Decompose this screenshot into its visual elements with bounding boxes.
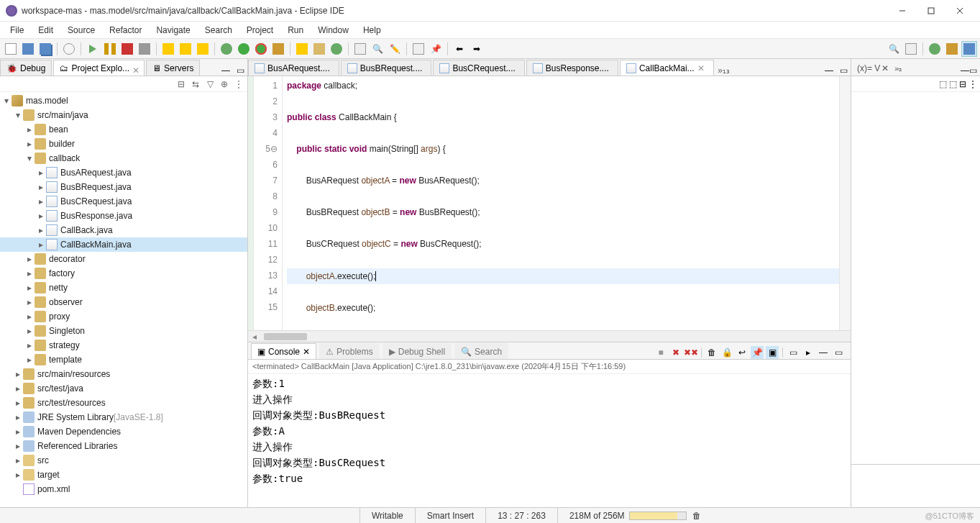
- editor-overview-ruler[interactable]: [839, 76, 851, 330]
- maximize-right-button[interactable]: ▭: [969, 65, 977, 76]
- minimize-button[interactable]: [888, 1, 917, 21]
- tree-src-test-resources[interactable]: ▸src/test/resources: [0, 396, 247, 410]
- editor-code[interactable]: package callback; public class CallBackM…: [283, 76, 851, 330]
- view-menu-button[interactable]: ⋮: [233, 78, 244, 90]
- tree-pkg-decorator[interactable]: ▸decorator: [0, 252, 247, 266]
- menu-help[interactable]: Help: [356, 24, 388, 37]
- close-icon[interactable]: ✕: [881, 63, 889, 73]
- forward-button[interactable]: ➡: [469, 41, 485, 57]
- step-return-button[interactable]: [195, 41, 211, 57]
- run-button[interactable]: [236, 41, 252, 57]
- menu-edit[interactable]: Edit: [31, 24, 60, 37]
- new-java-button[interactable]: [294, 41, 310, 57]
- collapse-all-button[interactable]: ⊟: [175, 78, 187, 90]
- filter-button[interactable]: ▽: [204, 78, 216, 90]
- perspective-java[interactable]: [961, 41, 977, 57]
- project-tree[interactable]: ▾mas.model ▾src/main/java ▸bean ▸builder…: [0, 92, 247, 507]
- tree-pkg-strategy[interactable]: ▸strategy: [0, 338, 247, 353]
- tree-target-folder[interactable]: ▸target: [0, 468, 247, 482]
- editor[interactable]: 12345⊖6789101112131415 package callback;…: [248, 76, 851, 330]
- tree-pkg-singleton[interactable]: ▸Singleton: [0, 324, 247, 338]
- run-last-button[interactable]: [270, 41, 286, 57]
- coverage-button[interactable]: [253, 41, 269, 57]
- menu-window[interactable]: Window: [311, 24, 356, 37]
- menu-run[interactable]: Run: [280, 24, 311, 37]
- toggle-breadcrumb-button[interactable]: [411, 41, 426, 57]
- open-perspective-button[interactable]: [903, 41, 919, 57]
- tree-file[interactable]: ▸CallBack.java: [0, 223, 247, 237]
- tree-jre[interactable]: ▸JRE System Library [JavaSE-1.8]: [0, 410, 247, 424]
- pin-button[interactable]: 📌: [428, 41, 444, 57]
- quick-access-button[interactable]: 🔍: [886, 41, 902, 57]
- menu-search[interactable]: Search: [198, 24, 239, 37]
- tree-pkg-builder[interactable]: ▸builder: [0, 137, 247, 151]
- tree-file-callbackmain[interactable]: ▸CallBackMain.java: [0, 237, 247, 252]
- variables-body[interactable]: [851, 92, 980, 464]
- editor-tab[interactable]: BusARequest....: [248, 60, 339, 76]
- editor-tab[interactable]: BusResponse....: [526, 60, 618, 76]
- console-output[interactable]: 参数:1 进入操作 回调对象类型:BusBRequest 参数:A 进入操作 回…: [248, 374, 851, 507]
- editor-hscroll[interactable]: ◂: [248, 330, 851, 342]
- maximize-button[interactable]: [917, 1, 945, 21]
- tree-file[interactable]: ▸BusARequest.java: [0, 165, 247, 180]
- search-button[interactable]: 🔍: [370, 41, 385, 57]
- tree-pkg-proxy[interactable]: ▸proxy: [0, 309, 247, 324]
- tree-referenced[interactable]: ▸Referenced Libraries: [0, 439, 247, 453]
- back-button[interactable]: ⬅: [452, 41, 467, 57]
- new-console-button[interactable]: ▸: [802, 346, 815, 359]
- close-icon[interactable]: ✕: [697, 63, 705, 73]
- menu-file[interactable]: File: [3, 24, 31, 37]
- suspend-button[interactable]: [102, 41, 118, 57]
- new-button[interactable]: [3, 41, 19, 57]
- tree-pkg-bean[interactable]: ▸bean: [0, 122, 247, 137]
- close-icon[interactable]: ✕: [303, 347, 310, 357]
- new-class-button[interactable]: [329, 41, 344, 57]
- tree-pom[interactable]: pom.xml: [0, 482, 247, 496]
- step-into-button[interactable]: [160, 41, 176, 57]
- debug-view-tab[interactable]: 🐞 Debug: [0, 60, 52, 76]
- maximize-console-button[interactable]: ▭: [832, 346, 845, 359]
- skip-breakpoints-button[interactable]: [61, 41, 77, 57]
- word-wrap-button[interactable]: ↩: [736, 346, 748, 359]
- minimize-view-button[interactable]: —: [219, 65, 233, 76]
- tree-src-main-java[interactable]: ▾src/main/java: [0, 108, 247, 122]
- tree-pkg-observer[interactable]: ▸observer: [0, 295, 247, 309]
- tree-src-folder[interactable]: ▸src: [0, 453, 247, 468]
- show-type-button[interactable]: ⬚: [939, 79, 947, 89]
- terminate-button[interactable]: [119, 41, 135, 57]
- remove-launch-button[interactable]: ✖: [669, 346, 682, 359]
- scroll-lock-button[interactable]: 🔒: [720, 346, 733, 359]
- debug-button[interactable]: [219, 41, 234, 57]
- memory-bar[interactable]: [629, 511, 687, 520]
- minimize-right-button[interactable]: —: [961, 65, 969, 76]
- maximize-editor-button[interactable]: ▭: [836, 65, 851, 76]
- open-type-button[interactable]: [352, 41, 368, 57]
- variables-tab[interactable]: (x)= V ✕: [854, 61, 892, 76]
- collapse-button[interactable]: ⊟: [959, 79, 966, 89]
- open-console-button[interactable]: ▭: [787, 346, 800, 359]
- link-editor-button[interactable]: ⇆: [190, 78, 201, 90]
- step-over-button[interactable]: [178, 41, 193, 57]
- maximize-view-button[interactable]: ▭: [233, 65, 247, 76]
- menu-button[interactable]: ⋮: [968, 79, 977, 89]
- disconnect-button[interactable]: [137, 41, 152, 57]
- gc-button[interactable]: 🗑: [692, 511, 702, 521]
- menu-refactor[interactable]: Refactor: [102, 24, 149, 37]
- save-button[interactable]: [20, 41, 36, 57]
- editor-tab-overflow[interactable]: »₁₃: [715, 65, 733, 76]
- problems-tab[interactable]: ⚠Problems: [319, 343, 380, 359]
- terminate-button[interactable]: ■: [654, 346, 667, 359]
- minimize-editor-button[interactable]: —: [822, 65, 836, 76]
- new-package-button[interactable]: [311, 41, 327, 57]
- show-logical-button[interactable]: ⬚: [949, 79, 957, 89]
- perspective-java-ee[interactable]: [944, 41, 960, 57]
- tree-pkg-callback[interactable]: ▾callback: [0, 151, 247, 165]
- menu-navigate[interactable]: Navigate: [149, 24, 197, 37]
- tree-src-main-resources[interactable]: ▸src/main/resources: [0, 367, 247, 381]
- perspective-debug[interactable]: [927, 41, 943, 57]
- project-explorer-tab[interactable]: 🗂 Project Explo... ✕: [53, 60, 145, 76]
- servers-view-tab[interactable]: 🖥 Servers: [146, 60, 200, 76]
- tree-pkg-netty[interactable]: ▸netty: [0, 281, 247, 295]
- editor-tab[interactable]: BusCRequest....: [433, 60, 524, 76]
- save-all-button[interactable]: [37, 41, 53, 57]
